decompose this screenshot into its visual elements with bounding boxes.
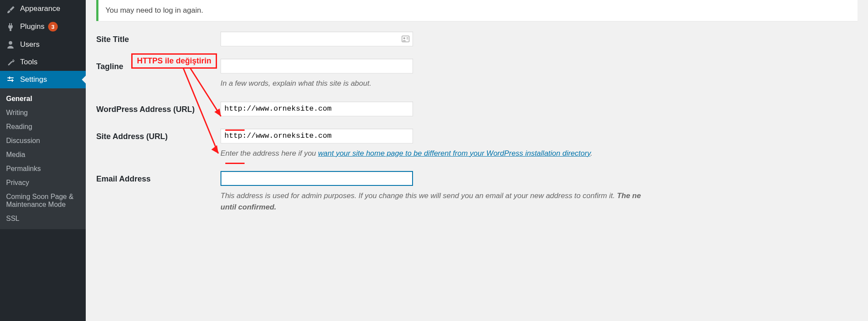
admin-sidebar: Appearance Plugins 3 Users Tools Setting… (0, 0, 86, 321)
contact-card-icon (402, 35, 410, 42)
site-title-input[interactable] (220, 31, 413, 46)
success-notice: You may need to log in again. (96, 0, 858, 21)
tagline-description: In a few words, explain what this site i… (220, 78, 858, 89)
submenu-reading[interactable]: Reading (0, 120, 86, 134)
sidebar-item-users[interactable]: Users (0, 36, 86, 53)
brush-icon (5, 4, 16, 13)
sidebar-item-plugins[interactable]: Plugins 3 (0, 17, 86, 36)
submenu-general[interactable]: General (0, 92, 86, 106)
label-tagline: Tagline (96, 59, 220, 71)
menu-label: Plugins (20, 22, 45, 31)
plug-icon (5, 22, 16, 31)
sidebar-item-tools[interactable]: Tools (0, 53, 86, 71)
wrench-icon (5, 58, 16, 66)
submenu-discussion[interactable]: Discussion (0, 134, 86, 148)
svg-point-1 (403, 37, 406, 39)
email-input[interactable] (220, 171, 413, 186)
sliders-icon (5, 75, 16, 84)
tagline-input[interactable] (220, 59, 413, 73)
menu-label: Settings (20, 75, 47, 84)
menu-label: Appearance (20, 4, 60, 13)
sidebar-item-appearance[interactable]: Appearance (0, 0, 86, 17)
email-description: This address is used for admin purposes.… (220, 190, 858, 213)
submenu-ssl[interactable]: SSL (0, 212, 86, 226)
row-wp-url: WordPress Address (URL) (96, 101, 858, 116)
user-icon (5, 40, 16, 49)
site-url-input[interactable] (220, 129, 413, 143)
wp-url-input[interactable] (220, 101, 413, 116)
label-wp-url: WordPress Address (URL) (96, 101, 220, 114)
general-settings-form: Site Title Tagline In a few words, expla… (96, 31, 858, 213)
settings-submenu: General Writing Reading Discussion Media… (0, 88, 86, 229)
site-url-help-link[interactable]: want your site home page to be different… (318, 149, 590, 157)
update-badge: 3 (48, 22, 58, 31)
label-site-url: Site Address (URL) (96, 129, 220, 141)
sidebar-item-settings[interactable]: Settings (0, 71, 86, 88)
row-tagline: Tagline In a few words, explain what thi… (96, 59, 858, 89)
menu-label: Tools (20, 58, 38, 66)
submenu-writing[interactable]: Writing (0, 106, 86, 120)
notice-text: You may need to log in again. (105, 6, 203, 14)
row-site-url: Site Address (URL) Enter the address her… (96, 129, 858, 159)
submenu-privacy[interactable]: Privacy (0, 176, 86, 190)
submenu-coming-soon[interactable]: Coming Soon Page & Maintenance Mode (0, 190, 86, 212)
row-email: Email Address This address is used for a… (96, 171, 858, 213)
label-site-title: Site Title (96, 31, 220, 44)
label-email: Email Address (96, 171, 220, 184)
main-content: You may need to log in again. Site Title… (86, 0, 868, 321)
menu-label: Users (20, 40, 39, 49)
submenu-permalinks[interactable]: Permalinks (0, 162, 86, 176)
submenu-media[interactable]: Media (0, 148, 86, 162)
site-url-description: Enter the address here if you want your … (220, 148, 858, 159)
row-site-title: Site Title (96, 31, 858, 46)
